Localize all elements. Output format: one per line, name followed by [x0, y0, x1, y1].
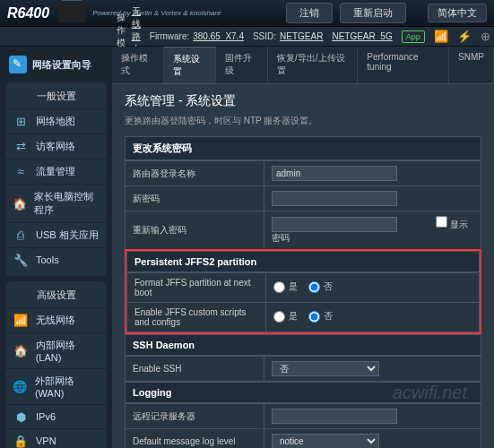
sidebar: 网络设置向导 一般设置 ⊞ 网络地图 ⇄ 访客网络 ≈ 流量管理 🏠 家长电脑控…: [0, 47, 112, 448]
row-control: notice: [264, 429, 481, 449]
text-input[interactable]: [272, 409, 397, 424]
select-input[interactable]: notice: [272, 434, 379, 448]
sidebar-item[interactable]: ≈ 流量管理: [5, 159, 107, 185]
model-name: R6400: [7, 5, 49, 22]
row-label: Default message log level: [126, 429, 264, 449]
sidebar-item-label: 家长电脑控制程序: [34, 190, 100, 217]
sidebar-item[interactable]: 🌐 外部网络(WAN): [5, 369, 107, 405]
powered-by: Powered by Merlin & Vortex & koolshare: [92, 9, 221, 17]
sidebar-item-icon: ≈: [13, 166, 29, 178]
sidebar-item-icon: ⎙: [13, 229, 29, 242]
sidebar-item[interactable]: 📶 无线网络: [5, 308, 107, 333]
select-input[interactable]: 否: [272, 361, 379, 376]
radio-yes[interactable]: [273, 281, 285, 293]
radio-yes-label: 是: [289, 310, 298, 323]
show-password-checkbox[interactable]: [436, 216, 447, 228]
sidebar-item-icon: 🔧: [13, 254, 29, 266]
tab[interactable]: 固件升级: [216, 47, 268, 83]
section-table-logging: 远程记录服务器Default message log levelnoticeLo…: [125, 403, 481, 448]
row-control: 否: [264, 357, 481, 382]
tab[interactable]: SNMP: [449, 47, 494, 83]
firmware-label: Firmware:: [150, 31, 189, 41]
sidebar-item[interactable]: ⊞ 网络地图: [5, 109, 107, 134]
wifi-icon[interactable]: 📶: [434, 30, 448, 43]
row-label: 路由器登录名称: [126, 161, 264, 186]
sidebar-item-label: VPN: [36, 435, 56, 446]
ssid-value-1[interactable]: NETGEAR: [280, 31, 323, 41]
sidebar-item[interactable]: ⇄ 访客网络: [5, 134, 107, 159]
radio-no[interactable]: [308, 311, 320, 323]
ssid-value-2[interactable]: NETGEAR_5G: [332, 31, 392, 41]
sidebar-item-icon: 🏠: [13, 197, 27, 210]
row-label: Format JFFS partition at next boot: [127, 273, 266, 303]
router-icon: [58, 4, 85, 22]
wizard-label: 网络设置向导: [32, 58, 91, 72]
tab[interactable]: 操作模式: [112, 47, 164, 83]
radio-no[interactable]: [308, 281, 320, 293]
sidebar-item[interactable]: ⬢ IPv6: [5, 405, 107, 429]
sidebar-item-icon: 🏠: [13, 345, 29, 358]
sidebar-section-head: 高级设置: [5, 286, 107, 308]
row-label: 新密码: [126, 186, 264, 211]
sidebar-item-icon: ⇄: [13, 141, 29, 153]
radio-no-label: 否: [324, 310, 333, 323]
tab-bar: 操作模式系统设置固件升级恢复/导出/上传设置Performance tuning…: [112, 47, 494, 84]
password-input[interactable]: [272, 191, 397, 206]
sidebar-item[interactable]: 🔒 VPN: [5, 429, 107, 448]
section-table-password: 路由器登录名称新密码重新输入密码 显示密码: [125, 160, 481, 250]
sidebar-section-head: 一般设置: [5, 87, 107, 109]
sidebar-item[interactable]: ⎙ USB 相关应用: [5, 223, 107, 248]
tab[interactable]: Performance tuning: [358, 47, 449, 83]
sidebar-item-label: 网络地图: [36, 115, 75, 128]
page-desc: 更换路由器登陆密码，时区与 NTP 服务器设置。: [125, 115, 481, 127]
row-control: [264, 161, 481, 186]
text-input[interactable]: [272, 166, 397, 181]
ssid-label: SSID:: [253, 31, 276, 41]
tab[interactable]: 恢复/导出/上传设置: [268, 47, 358, 83]
sidebar-wizard[interactable]: 网络设置向导: [5, 50, 107, 82]
main-panel: 操作模式系统设置固件升级恢复/导出/上传设置Performance tuning…: [112, 47, 494, 448]
sidebar-item-icon: ⬢: [13, 410, 29, 423]
sidebar-item[interactable]: 🔧 Tools: [5, 248, 107, 271]
section-head-logging: Logging: [125, 382, 481, 403]
section-table-ssh: Enable SSH否: [125, 356, 481, 382]
sidebar-item[interactable]: 🏠 内部网络(LAN): [5, 333, 107, 369]
app-badge[interactable]: App: [402, 30, 425, 43]
sidebar-item-label: IPv6: [36, 411, 56, 422]
reboot-button[interactable]: 重新启动: [340, 3, 406, 23]
sidebar-item-label: 外部网络(WAN): [35, 375, 100, 399]
page-title: 系统管理 - 系统设置: [125, 93, 481, 109]
sidebar-item-label: 无线网络: [36, 314, 75, 327]
row-label: 远程记录服务器: [126, 404, 264, 429]
row-label: 重新输入密码: [126, 211, 264, 250]
tab[interactable]: 系统设置: [164, 47, 216, 83]
firmware-value[interactable]: 380.65_X7.4: [193, 31, 244, 41]
sidebar-item-label: Tools: [36, 254, 59, 265]
row-label: Enable SSH: [126, 357, 264, 382]
row-control: [264, 186, 481, 211]
sidebar-item-label: 内部网络(LAN): [36, 339, 100, 363]
sidebar-item[interactable]: 🏠 家长电脑控制程序: [5, 185, 107, 223]
sidebar-item-icon: 🔒: [13, 435, 29, 447]
radio-yes[interactable]: [273, 311, 285, 323]
signal-icon[interactable]: ⚡: [457, 30, 472, 43]
row-label: Enable JFFS custom scripts and configs: [127, 303, 266, 332]
row-control: 是否: [266, 303, 480, 332]
header-bar: R6400 Powered by Merlin & Vortex & kools…: [0, 0, 494, 27]
logout-button[interactable]: 注销: [286, 3, 333, 23]
section-head-jffs: Persistent JFFS2 partition: [126, 251, 480, 272]
globe-icon[interactable]: ⊕: [481, 30, 490, 43]
radio-no-label: 否: [324, 280, 333, 293]
row-control: 是否: [266, 273, 480, 303]
sidebar-item-icon: 📶: [13, 314, 29, 327]
password-input[interactable]: [272, 217, 397, 232]
sidebar-item-icon: 🌐: [13, 381, 28, 393]
sidebar-item-label: USB 相关应用: [36, 228, 99, 242]
sidebar-item-label: 访客网络: [36, 140, 75, 153]
language-selector[interactable]: 简体中文: [428, 4, 487, 22]
wizard-icon: [9, 56, 27, 73]
row-control: [264, 404, 481, 429]
radio-yes-label: 是: [289, 280, 298, 293]
info-bar: 操作模式: 无线路由器 Firmware: 380.65_X7.4 SSID: …: [0, 27, 494, 47]
section-table-jffs: Format JFFS partition at next boot是否Enab…: [126, 272, 480, 332]
